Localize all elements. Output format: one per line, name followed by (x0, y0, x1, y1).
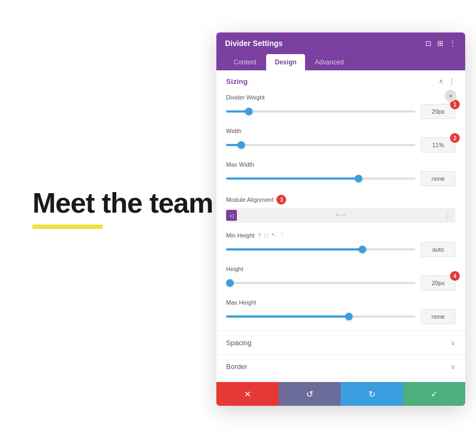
panel-header: Divider Settings ⊡ ⊞ ⋮ (216, 32, 465, 54)
module-alignment-track[interactable]: ◁ ⊢⊣ ▷ (226, 208, 455, 223)
min-height-slider[interactable] (226, 248, 415, 251)
height-slider[interactable] (226, 282, 415, 284)
page-heading: Meet the team (32, 187, 213, 219)
divider-settings-panel: Divider Settings ⊡ ⊞ ⋮ Content Design Ad… (216, 32, 465, 406)
min-height-cursor-icon[interactable]: ↖ (271, 232, 276, 239)
sizing-chevron-icon[interactable]: ∧ (439, 77, 444, 85)
width-label: Width (226, 128, 455, 134)
min-height-device-icon[interactable]: □ (265, 232, 268, 239)
save-button[interactable]: ✓ (403, 382, 465, 406)
max-width-value[interactable]: none (421, 171, 455, 186)
divider-weight-field: Divider Weight 20px 1 (216, 92, 465, 126)
panel-resize-icon[interactable]: ⊡ (425, 39, 432, 48)
spacing-chevron-icon: ∨ (451, 339, 455, 347)
height-field: Height 20px 4 (216, 263, 465, 297)
max-height-slider[interactable] (226, 315, 415, 318)
min-height-field: Min Height ? □ ↖ ⋮ auto (216, 229, 465, 263)
width-value[interactable]: 11% 2 (421, 137, 455, 153)
align-left-icon[interactable]: ◁ (226, 210, 237, 221)
border-section: Border ∨ (216, 355, 465, 379)
page-content: Meet the team (32, 187, 213, 229)
undo-button[interactable]: ↺ (279, 382, 341, 406)
height-slider-row: 20px 4 (226, 275, 455, 291)
max-width-field: Max Width none (216, 159, 465, 193)
spacing-header[interactable]: Spacing ∨ (216, 331, 465, 354)
tab-advanced[interactable]: Advanced (306, 54, 352, 70)
width-slider-row: 11% 2 (226, 137, 455, 153)
panel-tabs: Content Design Advanced × (216, 54, 465, 70)
min-height-help-icon[interactable]: ? (258, 232, 261, 239)
panel-columns-icon[interactable]: ⊞ (437, 39, 444, 48)
min-height-more-icon[interactable]: ⋮ (279, 232, 285, 239)
cancel-button[interactable]: ✕ (216, 382, 279, 406)
panel-close-button[interactable]: × (445, 90, 457, 102)
width-slider[interactable] (226, 144, 415, 146)
align-right-icon[interactable]: ▷ (447, 213, 451, 219)
panel-toolbar: ✕ ↺ ↻ ✓ (216, 382, 465, 406)
divider-weight-label: Divider Weight (226, 94, 455, 101)
panel-more-icon[interactable]: ⋮ (449, 39, 457, 48)
sizing-more-icon[interactable]: ⋮ (448, 77, 455, 85)
align-center-icon[interactable]: ⊢⊣ (335, 212, 346, 219)
spacing-title: Spacing (226, 339, 252, 347)
panel-body: Sizing ∧ ⋮ Divider Weight 20px (216, 70, 465, 406)
badge-2: 2 (450, 133, 460, 143)
sizing-section-controls: ∧ ⋮ (439, 77, 455, 85)
panel-header-icons: ⊡ ⊞ ⋮ (425, 39, 457, 48)
sizing-section: Sizing ∧ ⋮ Divider Weight 20px (216, 70, 465, 331)
page-underline (32, 225, 103, 229)
sizing-section-title: Sizing (226, 77, 248, 85)
border-chevron-icon: ∨ (451, 363, 455, 371)
tab-content[interactable]: Content (225, 54, 265, 70)
min-height-value[interactable]: auto (421, 242, 455, 257)
max-height-field: Max Height none (216, 297, 465, 331)
redo-button[interactable]: ↻ (341, 382, 403, 406)
max-height-label: Max Height (226, 299, 455, 306)
badge-4: 4 (450, 271, 460, 281)
border-header[interactable]: Border ∨ (216, 355, 465, 378)
max-width-slider[interactable] (226, 177, 415, 180)
module-alignment-label: Module Alignment 3 (226, 195, 455, 205)
width-field: Width 11% 2 (216, 126, 465, 159)
max-height-value[interactable]: none (421, 309, 455, 324)
min-height-slider-row: auto (226, 242, 455, 257)
border-title: Border (226, 363, 247, 371)
panel-title: Divider Settings (225, 39, 283, 48)
sizing-section-header: Sizing ∧ ⋮ (216, 70, 465, 92)
max-height-slider-row: none (226, 309, 455, 324)
height-value[interactable]: 20px 4 (421, 275, 455, 291)
max-width-label: Max Width (226, 161, 455, 168)
module-alignment-field: Module Alignment 3 ◁ ⊢⊣ ▷ (216, 193, 465, 229)
height-label: Height (226, 266, 455, 272)
badge-3: 3 (276, 195, 286, 205)
min-height-label: Min Height ? □ ↖ ⋮ (226, 232, 455, 239)
spacing-section: Spacing ∨ (216, 331, 465, 355)
tab-design[interactable]: Design (266, 54, 305, 70)
divider-weight-slider-row: 20px 1 (226, 104, 455, 119)
max-width-slider-row: none (226, 171, 455, 186)
divider-weight-slider[interactable] (226, 110, 415, 113)
divider-weight-value[interactable]: 20px 1 (421, 104, 455, 119)
